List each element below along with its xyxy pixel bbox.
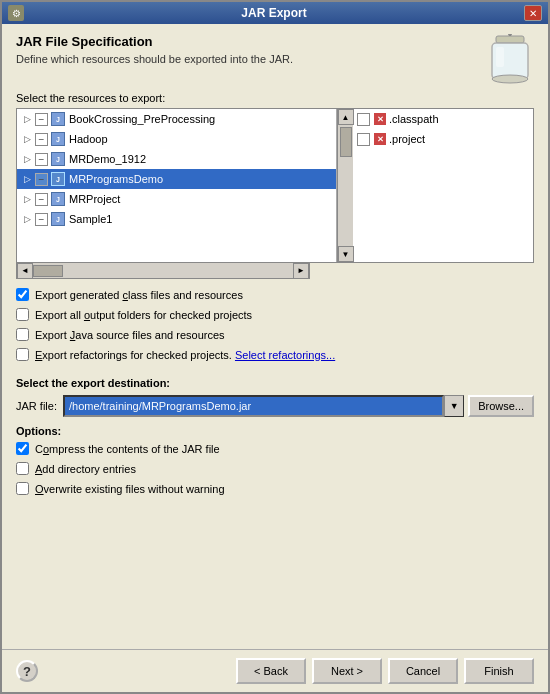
dest-option-row-2: Add directory entries (16, 461, 534, 476)
x-icon-project: ✕ (374, 133, 386, 145)
checkbox-mrdemo[interactable] (35, 153, 48, 166)
option-label-1: Export generated class files and resourc… (35, 289, 243, 301)
checkbox-compress[interactable] (16, 442, 29, 455)
close-button[interactable]: ✕ (524, 5, 542, 21)
export-options: Export generated class files and resourc… (16, 287, 534, 367)
item-label-sample1: Sample1 (69, 213, 112, 225)
destination-section: Select the export destination: JAR file:… (16, 377, 534, 501)
scroll-left-arrow[interactable]: ◄ (17, 263, 33, 279)
right-checkbox-classpath[interactable] (357, 113, 370, 126)
checkbox-overwrite[interactable] (16, 482, 29, 495)
tree-item-mrdemo[interactable]: ▷ J MRDemo_1912 (17, 149, 336, 169)
browse-button[interactable]: Browse... (468, 395, 534, 417)
scroll-thumb-h[interactable] (33, 265, 63, 277)
dest-option-label-2: Add directory entries (35, 463, 136, 475)
header-text: JAR File Specification Define which reso… (16, 34, 488, 65)
titlebar: ⚙ JAR Export ✕ (2, 2, 548, 24)
checkbox-bookcrossing[interactable] (35, 113, 48, 126)
right-label-project: .project (389, 133, 425, 145)
select-refactorings-link[interactable]: Select refactorings... (235, 349, 335, 361)
project-icon: J (50, 131, 66, 147)
dest-option-label-1: Compress the contents of the JAR file (35, 443, 220, 455)
expand-icon[interactable]: ▷ (19, 171, 35, 187)
checkbox-refactorings[interactable] (16, 348, 29, 361)
button-bar: ? < Back Next > Cancel Finish (2, 649, 548, 692)
tree-panel: ▷ J BookCrossing_PreProcessing ▷ J Hadoo… (16, 108, 534, 263)
project-icon: J (50, 151, 66, 167)
option-row-4: Export refactorings for checked projects… (16, 347, 534, 362)
tree-item-mrproject[interactable]: ▷ J MRProject (17, 189, 336, 209)
option-row-3: Export Java source files and resources (16, 327, 534, 342)
option-label-2: Export all output folders for checked pr… (35, 309, 252, 321)
jar-icon (488, 34, 534, 86)
header-section: JAR File Specification Define which reso… (16, 34, 534, 86)
item-label-mrdemo: MRDemo_1912 (69, 153, 146, 165)
expand-icon[interactable]: ▷ (19, 111, 35, 127)
tree-section-label: Select the resources to export: (16, 92, 534, 104)
item-label-mrproject: MRProject (69, 193, 120, 205)
option-row-1: Export generated class files and resourc… (16, 287, 534, 302)
header-title: JAR File Specification (16, 34, 488, 49)
main-content: JAR File Specification Define which reso… (2, 24, 548, 649)
project-icon: J (50, 171, 66, 187)
svg-rect-0 (496, 36, 524, 43)
back-button[interactable]: < Back (236, 658, 306, 684)
scroll-thumb[interactable] (340, 127, 352, 157)
right-label-classpath: .classpath (389, 113, 439, 125)
scroll-down-arrow[interactable]: ▼ (338, 246, 354, 262)
scroll-up-arrow[interactable]: ▲ (338, 109, 354, 125)
project-icon: J (50, 191, 66, 207)
checkbox-hadoop[interactable] (35, 133, 48, 146)
dest-option-row-1: Compress the contents of the JAR file (16, 441, 534, 456)
horizontal-scrollbar[interactable]: ◄ ► (16, 263, 310, 279)
tree-item-bookcrossing[interactable]: ▷ J BookCrossing_PreProcessing (17, 109, 336, 129)
checkbox-sample1[interactable] (35, 213, 48, 226)
help-button[interactable]: ? (16, 660, 38, 682)
tree-item-hadoop[interactable]: ▷ J Hadoop (17, 129, 336, 149)
expand-icon[interactable]: ▷ (19, 151, 35, 167)
item-label-bookcrossing: BookCrossing_PreProcessing (69, 113, 215, 125)
dest-option-label-3: Overwrite existing files without warning (35, 483, 225, 495)
checkbox-mrproject[interactable] (35, 193, 48, 206)
checkbox-mrprogramsdemo[interactable] (35, 173, 48, 186)
cancel-button[interactable]: Cancel (388, 658, 458, 684)
x-icon-classpath: ✕ (374, 113, 386, 125)
item-label-mrprogramsdemo: MRProgramsDemo (69, 173, 163, 185)
dialog-buttons: < Back Next > Cancel Finish (236, 658, 534, 684)
expand-icon[interactable]: ▷ (19, 191, 35, 207)
scroll-track[interactable] (33, 263, 293, 278)
jar-export-dialog: ⚙ JAR Export ✕ JAR File Specification De… (0, 0, 550, 694)
right-tree: ✕ .classpath ✕ .project (353, 109, 533, 262)
checkbox-source-files[interactable] (16, 328, 29, 341)
expand-icon[interactable]: ▷ (19, 131, 35, 147)
tree-item-mrprogramsdemo[interactable]: ▷ J MRProgramsDemo (17, 169, 336, 189)
dropdown-button[interactable]: ▼ (444, 395, 464, 417)
checkbox-output-folders[interactable] (16, 308, 29, 321)
window-icon: ⚙ (8, 5, 24, 21)
dest-option-row-3: Overwrite existing files without warning (16, 481, 534, 496)
project-icon: J (50, 111, 66, 127)
next-button[interactable]: Next > (312, 658, 382, 684)
header-description: Define which resources should be exporte… (16, 53, 488, 65)
option-label-4: Export refactorings for checked projects… (35, 349, 335, 361)
vertical-scrollbar[interactable]: ▲ ▼ (337, 109, 353, 262)
right-checkbox-project[interactable] (357, 133, 370, 146)
checkbox-directory[interactable] (16, 462, 29, 475)
tree-item-sample1[interactable]: ▷ J Sample1 (17, 209, 336, 229)
expand-icon[interactable]: ▷ (19, 211, 35, 227)
finish-button[interactable]: Finish (464, 658, 534, 684)
option-row-2: Export all output folders for checked pr… (16, 307, 534, 322)
left-tree[interactable]: ▷ J BookCrossing_PreProcessing ▷ J Hadoo… (17, 109, 337, 262)
svg-rect-2 (496, 47, 504, 67)
jar-file-input[interactable] (63, 395, 444, 417)
jar-file-label: JAR file: (16, 400, 57, 412)
right-item-classpath[interactable]: ✕ .classpath (353, 109, 533, 129)
scroll-right-arrow[interactable]: ► (293, 263, 309, 279)
option-label-3: Export Java source files and resources (35, 329, 225, 341)
checkbox-class-files[interactable] (16, 288, 29, 301)
item-label-hadoop: Hadoop (69, 133, 108, 145)
destination-label: Select the export destination: (16, 377, 534, 389)
window-title: JAR Export (24, 6, 524, 20)
right-item-project[interactable]: ✕ .project (353, 129, 533, 149)
svg-point-3 (492, 75, 528, 83)
